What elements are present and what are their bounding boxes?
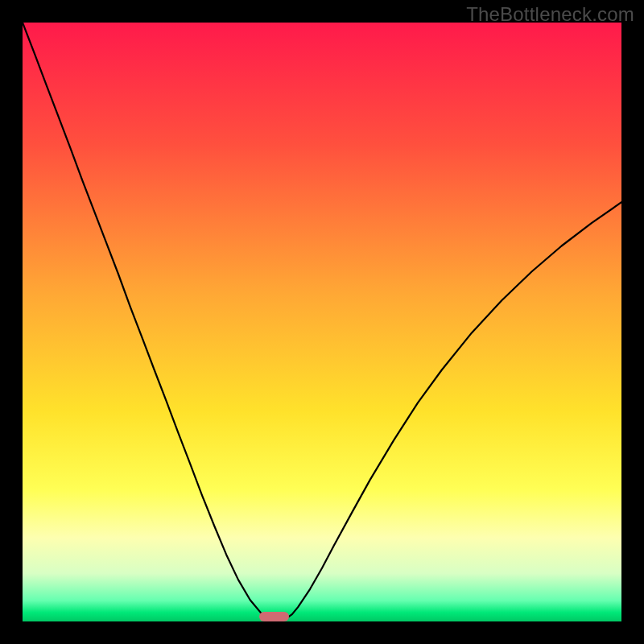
watermark-text: TheBottleneck.com	[466, 3, 634, 26]
plot-area	[23, 23, 621, 621]
chart-frame: TheBottleneck.com	[0, 0, 644, 644]
optimal-range-marker	[259, 612, 289, 621]
bottleneck-curve	[23, 23, 621, 621]
